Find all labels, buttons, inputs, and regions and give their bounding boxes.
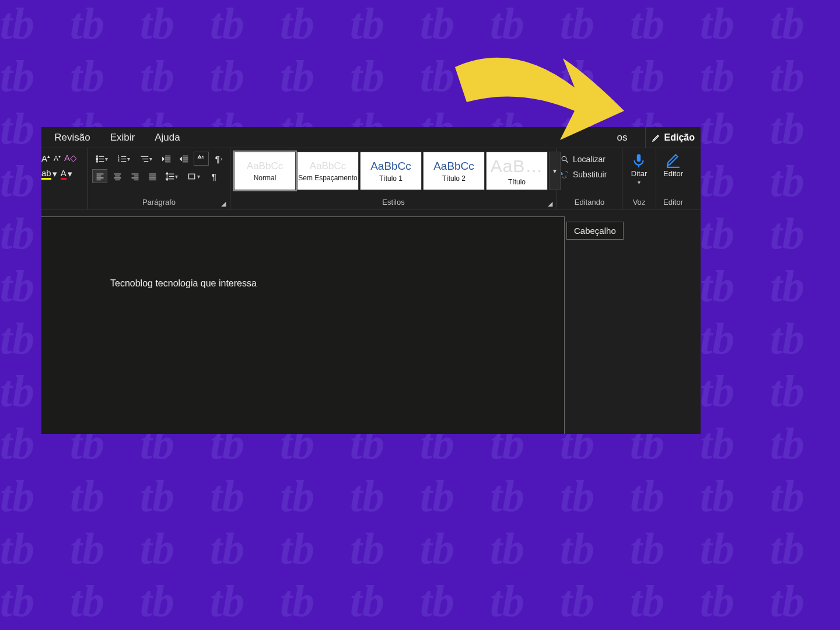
multilevel-list-button[interactable]: ▾ <box>137 152 156 165</box>
find-button[interactable]: Localizar <box>561 153 607 166</box>
style-heading-1[interactable]: AaBbCc Título 1 <box>360 152 422 190</box>
align-left-button[interactable] <box>93 170 107 183</box>
editing-mode-button[interactable]: Edição <box>645 127 701 148</box>
paragraph-dialog-launcher[interactable]: ◢ <box>219 200 228 208</box>
highlight-color-button[interactable]: ab▾ <box>41 168 57 180</box>
tab-exibir[interactable]: Exibir <box>110 132 135 144</box>
svg-text:c: c <box>565 174 568 178</box>
line-spacing-button[interactable]: ▾ <box>163 170 181 183</box>
shading-button[interactable]: ▾ <box>185 170 204 183</box>
svg-marker-46 <box>166 172 168 174</box>
styles-group-label: Estilos <box>234 197 553 208</box>
align-center-button[interactable] <box>110 170 124 183</box>
replace-button[interactable]: b c Substituir <box>561 168 607 181</box>
style-normal[interactable]: AaBbCc Normal <box>234 152 296 190</box>
svg-point-4 <box>96 160 98 162</box>
sort-button[interactable]: ¶ <box>194 152 208 165</box>
ribbon-group-voice: Ditar ▾ Voz <box>622 148 656 209</box>
editor-button[interactable]: Editor <box>663 152 683 178</box>
tab-revisao[interactable]: Revisão <box>54 132 90 144</box>
microphone-icon <box>631 153 646 168</box>
ribbon-group-editor: Editor Editor <box>656 148 690 209</box>
paragraph-mark-button[interactable]: ¶ <box>207 170 221 183</box>
replace-icon: b c <box>561 170 569 179</box>
pencil-icon <box>652 133 661 142</box>
ribbon-tabs: cias Revisão Exibir Ajuda os Edição <box>41 127 701 148</box>
style-heading-2[interactable]: AaBbCc Título 2 <box>423 152 485 190</box>
document-page[interactable]: Tecnoblog tecnologia que interessa <box>41 217 564 434</box>
svg-marker-25 <box>198 155 201 158</box>
chevron-down-icon: ▾ <box>638 179 640 186</box>
header-tag[interactable]: Cabeçalho <box>566 222 624 240</box>
ribbon-group-editing: Localizar b c Substituir Editando <box>557 148 622 209</box>
bullets-button[interactable]: ▾ <box>93 152 111 165</box>
font-color-button[interactable]: A▾ <box>61 168 72 180</box>
svg-text:¶: ¶ <box>202 155 204 159</box>
document-body-text[interactable]: Tecnoblog tecnologia que interessa <box>110 278 257 289</box>
ribbon-group-font: A▴ A▾ A◇ ab▾ A▾ <box>41 148 88 209</box>
align-right-button[interactable] <box>128 170 142 183</box>
svg-text:b: b <box>561 171 564 175</box>
numbering-button[interactable]: 123▾ <box>115 152 134 165</box>
ribbon-group-styles: AaBbCc Normal AaBbCc Sem Espaçamento AaB… <box>230 148 557 209</box>
increase-indent-button[interactable] <box>177 152 191 165</box>
style-no-spacing[interactable]: AaBbCc Sem Espaçamento <box>297 152 359 190</box>
svg-point-2 <box>96 158 98 160</box>
svg-marker-24 <box>180 157 181 160</box>
svg-marker-19 <box>162 157 164 160</box>
font-group-label <box>41 197 84 208</box>
svg-rect-48 <box>189 174 195 179</box>
editor-pen-icon <box>666 153 681 168</box>
show-marks-button[interactable]: ¶› <box>212 152 226 165</box>
tab-ajuda[interactable]: Ajuda <box>155 132 180 144</box>
justify-button[interactable] <box>145 170 159 183</box>
svg-marker-47 <box>166 178 168 180</box>
svg-point-49 <box>562 156 566 161</box>
tab-partial-right[interactable]: os <box>617 132 628 144</box>
editing-group-label: Editando <box>561 197 618 208</box>
voice-group-label: Voz <box>633 197 646 208</box>
svg-text:3: 3 <box>118 159 120 163</box>
grow-font-button[interactable]: A▴ <box>41 153 50 163</box>
styles-dialog-launcher[interactable]: ◢ <box>546 200 554 208</box>
word-window: cias Revisão Exibir Ajuda os Edição A▴ A… <box>41 127 701 434</box>
search-icon <box>561 155 569 164</box>
shrink-font-button[interactable]: A▾ <box>54 154 61 163</box>
editor-group-label: Editor <box>663 197 683 208</box>
paragraph-group-label: Parágrafo <box>92 197 226 208</box>
style-title[interactable]: AaB… Título <box>486 152 548 190</box>
ribbon-group-paragraph: ▾ 123▾ ▾ <box>88 148 230 209</box>
decrease-indent-button[interactable] <box>159 152 173 165</box>
svg-rect-53 <box>637 154 641 162</box>
svg-point-0 <box>96 155 98 157</box>
dictate-button[interactable]: Ditar ▾ <box>631 152 647 186</box>
document-area: Tecnoblog tecnologia que interessa Cabeç… <box>41 210 701 434</box>
editing-mode-label: Edição <box>664 132 695 143</box>
svg-line-50 <box>566 160 568 163</box>
ribbon: A▴ A▾ A◇ ab▾ A▾ <box>41 148 701 210</box>
clear-formatting-button[interactable]: A◇ <box>64 153 77 163</box>
